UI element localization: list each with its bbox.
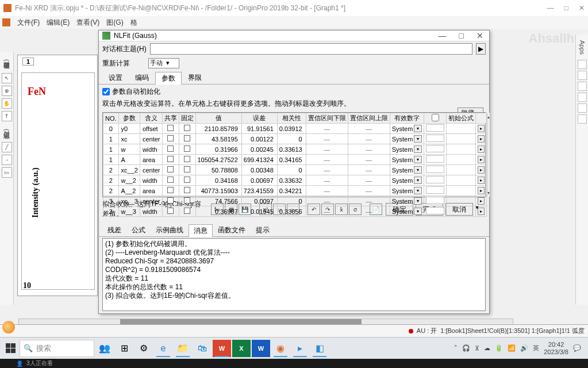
task-store-icon[interactable]: 🛍 (193, 340, 212, 357)
tray-notification-icon[interactable]: 💬 (573, 344, 581, 352)
close-icon[interactable]: ✕ (579, 4, 585, 12)
col-7[interactable]: 相关性 (277, 113, 306, 124)
dialog-maximize-icon[interactable]: □ (457, 31, 466, 40)
init-check[interactable] (432, 114, 439, 121)
auto-init-checkbox[interactable] (102, 88, 110, 95)
ltab-hint[interactable]: 提示 (251, 224, 275, 236)
table-row[interactable]: 1Aarea105054.27522699.413240.34165——Syst… (103, 155, 487, 165)
maximize-icon[interactable]: □ (564, 4, 568, 12)
row-expand-icon[interactable]: ▸ (478, 125, 485, 132)
col-5[interactable]: 值 (195, 113, 241, 124)
tool-pan[interactable]: ✋ (2, 98, 12, 109)
tool-rect[interactable]: ▭ (2, 167, 12, 178)
sigdig-dd-icon[interactable]: ▾ (414, 135, 422, 143)
fixed-checkbox[interactable] (184, 187, 190, 193)
share-checkbox[interactable] (167, 177, 174, 183)
taskbar-search[interactable]: 🔍 搜索 (20, 340, 94, 357)
menu-view[interactable]: 查看(V) (74, 17, 102, 29)
row-expand-icon[interactable]: ▸ (478, 156, 485, 163)
menu-graph[interactable]: 图(G) (104, 17, 125, 29)
col-10[interactable]: 有效数字 (390, 113, 424, 124)
col-9[interactable]: 置信区间上限 (348, 113, 390, 124)
tool-text[interactable]: T (2, 111, 12, 121)
theme-dropdown-icon[interactable]: ▶ (476, 43, 486, 55)
table-row[interactable]: 3w__3width0.369070.019450.33656——System▾… (103, 206, 487, 217)
scroll-down-icon[interactable]: ▾ (487, 189, 490, 197)
fixed-checkbox[interactable] (184, 135, 190, 141)
vtab2[interactable]: 提示日志 (2) (1, 124, 12, 140)
task-excel-icon[interactable]: X (232, 340, 251, 357)
cortana-orb-icon[interactable] (2, 321, 15, 334)
init-input[interactable] (426, 155, 444, 163)
fixed-checkbox[interactable] (184, 166, 190, 172)
fixed-checkbox[interactable] (184, 156, 190, 162)
table-row[interactable]: 2A__2area40773.15903723.415590.34221——Sy… (103, 186, 487, 196)
table-row[interactable]: 1wwidth0.319660.002450.33613——System▾▸ (103, 144, 487, 155)
col-initformula[interactable]: 初始公式 (447, 113, 476, 124)
fixed-checkbox[interactable] (184, 145, 190, 152)
table-row[interactable]: 3xc__3center74.75660.00970——System▾▸ (103, 196, 487, 206)
rt3[interactable] (578, 82, 587, 91)
task-origin-icon[interactable]: ◉ (271, 340, 290, 357)
sigdig-dd-icon[interactable]: ▾ (414, 166, 422, 174)
col-6[interactable]: 误差 (241, 113, 277, 124)
ltab-residual[interactable]: 残差 (102, 224, 126, 236)
sigdig-dd-icon[interactable]: ▾ (414, 187, 422, 194)
tray-wifi-icon[interactable]: 📶 (508, 344, 516, 352)
share-checkbox[interactable] (167, 145, 174, 152)
table-row[interactable]: 2xc__2center50.788080.003480——System▾▸ (103, 165, 487, 175)
row-expand-icon[interactable]: ▸ (478, 187, 485, 194)
theme-input[interactable] (150, 43, 472, 55)
task-word-icon[interactable]: W (252, 340, 270, 357)
start-button[interactable] (2, 340, 18, 356)
share-checkbox[interactable] (167, 135, 174, 141)
tray-ime[interactable]: 英 (533, 344, 539, 352)
dialog-close-icon[interactable]: ✕ (474, 31, 486, 40)
ltab-sample[interactable]: 示例曲线 (151, 224, 189, 236)
fixed-checkbox[interactable] (184, 197, 190, 204)
fixed-checkbox[interactable] (184, 177, 190, 183)
menu-format[interactable]: 格 (128, 17, 140, 29)
rt5[interactable] (578, 103, 587, 113)
init-input[interactable] (426, 145, 444, 152)
task-wps-icon[interactable]: W (213, 340, 231, 357)
row-expand-icon[interactable]: ▸ (478, 208, 485, 215)
col-initcheck[interactable] (424, 113, 447, 124)
ltab-message[interactable]: 消息 (189, 224, 213, 237)
tab-settings[interactable]: 设置 (102, 71, 129, 84)
ltab-funcfile[interactable]: 函数文件 (213, 224, 251, 236)
scroll-up-icon[interactable]: ▴ (487, 113, 490, 121)
task-edge-icon[interactable]: e (154, 340, 172, 357)
sigdig-dd-icon[interactable]: ▾ (414, 156, 422, 163)
message-area[interactable]: (1) 参数初始化代码被调用。(2) ----Levenberg-Marquar… (102, 238, 486, 311)
task-tencent-icon[interactable]: ▸ (291, 340, 309, 357)
graph-tab[interactable]: 1 (22, 57, 34, 66)
task-explorer-icon[interactable]: 📁 (174, 340, 192, 357)
init-input[interactable] (426, 207, 444, 214)
rt6[interactable] (578, 114, 587, 124)
table-row[interactable]: 1xccenter43.581950.001220——System▾▸ (103, 134, 487, 144)
task-view-icon[interactable]: ⊞ (115, 340, 133, 357)
share-checkbox[interactable] (167, 187, 174, 193)
tab-code[interactable]: 编码 (129, 71, 155, 84)
col-1[interactable]: 参数 (118, 113, 140, 124)
task-people-icon[interactable]: 👥 (95, 340, 114, 357)
tray-shield-icon[interactable]: ⊻ (475, 344, 479, 352)
dialog-titlebar[interactable]: NLFit (Gauss) — □ ✕ (99, 30, 489, 41)
tray-cloud-icon[interactable]: ☁ (484, 344, 490, 352)
recalc-select[interactable]: 手动 ▾ (148, 58, 179, 68)
rt2[interactable] (578, 71, 587, 80)
task-meeting-icon[interactable]: ◧ (310, 340, 329, 357)
sigdig-dd-icon[interactable]: ▾ (414, 197, 422, 205)
col-0[interactable]: NO. (103, 113, 119, 124)
tray-clock[interactable]: 20:42 2023/3/8 (544, 341, 568, 356)
tray-battery-icon[interactable]: 🔋 (495, 344, 503, 352)
project-tab[interactable]: 项目管理器 (1) (1, 54, 12, 71)
tool-pointer[interactable]: ↖ (2, 73, 12, 83)
tab-bounds[interactable]: 界限 (182, 71, 208, 84)
sigdig-dd-icon[interactable]: ▾ (414, 145, 422, 153)
rt1[interactable] (578, 60, 587, 69)
init-input[interactable] (426, 186, 444, 194)
task-settings-icon[interactable]: ⚙ (134, 340, 153, 357)
share-checkbox[interactable] (167, 156, 174, 162)
